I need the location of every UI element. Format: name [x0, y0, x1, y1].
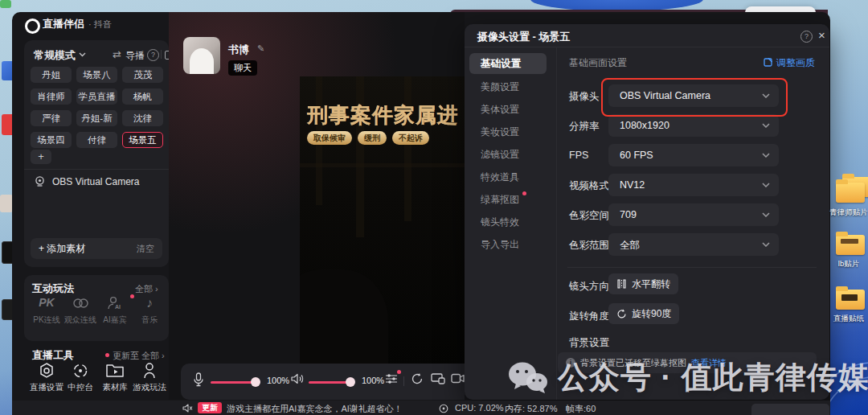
- flip-horizontal-button[interactable]: 水平翻转: [608, 273, 678, 294]
- desktop-folder[interactable]: [836, 235, 865, 255]
- tab-beauty[interactable]: 美颜设置: [481, 80, 519, 94]
- scene-button[interactable]: 严律: [31, 110, 72, 126]
- screen-share-icon[interactable]: [431, 373, 445, 384]
- chat-bubbles-icon: [63, 296, 98, 312]
- scene-button[interactable]: 学员直播: [76, 88, 117, 105]
- chevron-down-icon: [79, 52, 86, 57]
- mute-speaker-icon[interactable]: [182, 404, 193, 413]
- divider: [465, 47, 829, 47]
- add-material-label: 添加素材: [47, 243, 85, 254]
- adjust-quality-link[interactable]: 调整画质: [776, 56, 815, 70]
- interact-title: 互动玩法: [32, 281, 74, 296]
- scene-button-active[interactable]: 场景五: [122, 132, 163, 148]
- add-scene-button[interactable]: +: [31, 150, 51, 164]
- divider: [403, 376, 404, 386]
- memory-usage: 内存: 52.87%: [505, 403, 557, 415]
- tab-lens-effects[interactable]: 镜头特效: [481, 216, 519, 229]
- pk-icon: PK: [29, 296, 64, 312]
- scene-button[interactable]: 丹姐-新: [76, 110, 117, 126]
- speaker-volume-slider[interactable]: [309, 381, 350, 384]
- scene-button[interactable]: 丹姐: [31, 67, 72, 83]
- watermark: 公众号 · 值此青律传媒: [506, 357, 868, 398]
- color-space-dropdown[interactable]: 709: [608, 203, 779, 226]
- fps-dropdown[interactable]: 60 FPS: [608, 144, 779, 166]
- status-bar: [12, 401, 830, 415]
- divider: [24, 169, 169, 170]
- tab-body[interactable]: 美体设置: [481, 103, 519, 117]
- speaker-icon[interactable]: [291, 373, 304, 384]
- desktop-folder[interactable]: [836, 290, 865, 310]
- chevron-down-icon: [762, 123, 770, 128]
- video-format-dropdown[interactable]: NV12: [608, 174, 779, 196]
- tab-basic-settings[interactable]: 基础设置: [469, 53, 547, 74]
- section-title: 基础画面设置: [569, 56, 627, 70]
- tool-material-library[interactable]: 素材库: [97, 362, 133, 393]
- folder-emblem: [841, 294, 858, 301]
- source-item-obs-camera[interactable]: OBS Virtual Camera: [34, 175, 140, 187]
- webcam-icon: [34, 175, 46, 187]
- announcement-ticker[interactable]: 游戏主播都在用AI嘉宾念念，AI谢礼超省心！: [227, 403, 403, 415]
- plus-icon: +: [39, 243, 44, 254]
- overlay-pill: 缓刑: [358, 131, 387, 145]
- desktop-icon[interactable]: [0, 195, 13, 212]
- director-toggle[interactable]: 导播: [125, 49, 145, 63]
- scene-button[interactable]: 付律: [76, 132, 117, 148]
- camera-icon[interactable]: [451, 373, 465, 384]
- tool-control-center[interactable]: 中控台: [63, 362, 98, 393]
- field-label-color-range: 色彩范围: [569, 239, 609, 253]
- tool-live-settings[interactable]: 直播设置: [29, 362, 64, 393]
- player-icon: [132, 362, 167, 380]
- network-status-icon: [439, 404, 448, 413]
- mode-selector[interactable]: 常规模式: [34, 48, 76, 63]
- tab-makeup[interactable]: 美妆设置: [481, 125, 519, 139]
- scene-button[interactable]: 沈律: [122, 110, 163, 126]
- category-tag[interactable]: 聊天: [228, 60, 257, 76]
- tab-greenscreen[interactable]: 绿幕抠图: [481, 193, 519, 207]
- overlay-title: 刑事案件家属进: [307, 101, 459, 129]
- preview-bg-detail: [404, 76, 411, 221]
- clear-button[interactable]: 清空: [137, 243, 154, 255]
- desktop-icon[interactable]: [0, 0, 11, 8]
- close-icon[interactable]: ×: [818, 28, 825, 42]
- color-range-dropdown[interactable]: 全部: [608, 233, 779, 256]
- microphone-icon[interactable]: [193, 372, 204, 387]
- mic-volume-knob[interactable]: [251, 377, 260, 387]
- tab-filter[interactable]: 滤镜设置: [481, 148, 519, 162]
- scene-button[interactable]: 场景八: [76, 67, 117, 83]
- restart-icon[interactable]: [411, 372, 424, 385]
- audio-mixer-icon[interactable]: [385, 373, 398, 384]
- edit-icon: [764, 57, 773, 67]
- field-label-camera: 摄像头: [569, 90, 600, 104]
- scene-button[interactable]: 肖律师: [31, 88, 72, 105]
- divider: [161, 50, 162, 59]
- help-icon[interactable]: ?: [800, 31, 813, 43]
- help-icon[interactable]: ?: [147, 49, 159, 61]
- desktop-folder[interactable]: [836, 183, 865, 203]
- scene-button[interactable]: 场景四: [31, 132, 72, 148]
- scene-button[interactable]: 杨帆: [122, 88, 163, 105]
- add-material-bar[interactable]: + 添加素材 清空: [31, 238, 162, 259]
- interact-item-pk[interactable]: PK PK连线: [29, 296, 64, 326]
- swap-icon[interactable]: ⇄: [113, 48, 121, 60]
- tab-props[interactable]: 特效道具: [481, 171, 519, 184]
- interact-all-link[interactable]: 全部 ›: [135, 283, 158, 295]
- scene-button[interactable]: 茂茂: [122, 67, 163, 83]
- rotate-90-button[interactable]: 旋转90度: [608, 303, 679, 324]
- update-badge[interactable]: 更新: [198, 402, 222, 413]
- interact-item-music[interactable]: ♪ 音乐: [132, 296, 167, 326]
- update-dot: [105, 353, 109, 357]
- streamer-avatar: [183, 37, 220, 74]
- tools-title: 直播工具: [32, 348, 74, 363]
- tools-all-link[interactable]: 全部 ›: [141, 350, 165, 362]
- tool-game-play[interactable]: 游戏玩法: [132, 362, 167, 393]
- watermark-text: 公众号 · 值此青律传媒: [558, 357, 868, 398]
- field-label-fps: FPS: [569, 150, 588, 161]
- video-preview[interactable]: 刑事案件家属进 取保候审 缓刑 不起诉: [300, 76, 465, 370]
- interact-item-audience[interactable]: 观众连线: [63, 296, 98, 326]
- resolution-dropdown[interactable]: 1080x1920: [608, 114, 779, 137]
- interact-item-ai-guest[interactable]: AI AI嘉宾: [97, 296, 133, 326]
- tab-import-export[interactable]: 导入导出: [481, 238, 519, 252]
- speaker-volume-knob[interactable]: [346, 377, 355, 387]
- field-label-color-space: 色彩空间: [569, 209, 609, 223]
- edit-name-icon[interactable]: ✎: [257, 43, 264, 54]
